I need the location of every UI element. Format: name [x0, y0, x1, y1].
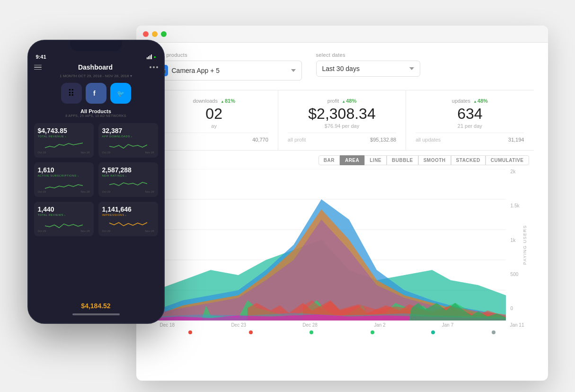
chart-toggle-stacked[interactable]: STACKED	[451, 155, 486, 165]
legend-dot-2	[249, 330, 253, 334]
downloads-badge: 81%	[221, 98, 235, 104]
updates-header: updates 48%	[416, 98, 524, 104]
products-label: select products	[150, 52, 302, 58]
chart-toggle-area[interactable]: AREA	[340, 155, 364, 165]
hamburger-icon[interactable]	[34, 65, 42, 70]
legend-dot-1	[188, 330, 192, 334]
phone-all-products: All Products 8 APPS, 25 IAPS, 10 AD NETW…	[34, 108, 158, 117]
legend-dot-4	[371, 330, 374, 334]
revenue-sparkline	[38, 141, 90, 150]
chart-toggle-line[interactable]: LINE	[364, 155, 387, 165]
phone-metric-downloads: 32,387 APP DOWNLOADS › Oct 29Nov 28	[98, 123, 158, 158]
subscriptions-date-range: Oct 29Nov 28	[38, 190, 90, 193]
dates-value: Last 30 days	[322, 65, 406, 72]
reviews-label[interactable]: TOTAL REVIEWS ›	[38, 214, 90, 216]
svg-rect-19	[151, 54, 152, 59]
dates-label: select dates	[316, 52, 420, 58]
close-button[interactable]	[143, 31, 149, 37]
ratings-date-range: Oct 29Nov 28	[102, 190, 154, 193]
titlebar	[136, 26, 548, 43]
metrics-row: downloads 81% 02 ay 40,770 profit 48%	[150, 90, 534, 151]
phone-metric-revenue: $4,743.85 TOTAL REVENUE › Oct 29Nov 28	[34, 123, 94, 158]
profit-footer-value: $95,132.88	[370, 137, 396, 143]
metric-profit: profit 48% $2,308.34 $76.94 per day all …	[278, 90, 406, 150]
x-axis-labels: Dec 18 Dec 23 Dec 28 Jan 2 Jan 7 Jan 11	[155, 321, 529, 328]
dates-select-group: select dates Last 30 days	[316, 52, 420, 80]
chart-container: BAR AREA LINE BUBBLE SMOOTH STACKED CUMU…	[150, 151, 534, 334]
subscriptions-label[interactable]: ACTIVE SUBSCRIPTIONS ›	[38, 174, 90, 177]
chart-legend-dots	[155, 328, 529, 334]
legend-dot-3	[310, 330, 313, 334]
impressions-sparkline	[102, 219, 154, 229]
reviews-date-range: Oct 29Nov 28	[38, 230, 90, 232]
window-content: select products 📷 Camera App + 5 select …	[136, 43, 548, 334]
impressions-value: 1,141,646	[102, 205, 154, 213]
y-axis: 2k 1.5k 1k 500 0	[506, 169, 522, 311]
phone-app-icons: ⠿ f 🐦	[34, 83, 158, 104]
dates-dropdown[interactable]: Last 30 days	[316, 61, 420, 77]
phone-metric-impressions: 1,141,646 IMPRESSIONS › Oct 29Nov 28	[98, 202, 158, 236]
ratings-label[interactable]: NEW RATINGS ›	[102, 174, 154, 177]
subscriptions-value: 1,610	[38, 166, 90, 174]
chart-toggle-bubble[interactable]: BUBBLE	[387, 155, 418, 165]
impressions-label[interactable]: IMPRESSIONS ›	[102, 214, 154, 216]
x-label-dec28: Dec 28	[302, 322, 318, 328]
profit-header: profit 48%	[288, 98, 396, 104]
products-value: Camera App + 5	[172, 67, 287, 74]
downloads-label: downloads	[193, 98, 218, 104]
chart-toggle-bar[interactable]: BAR	[318, 155, 340, 165]
updates-badge: 48%	[473, 98, 488, 104]
updates-footer: all updates 31,194	[416, 133, 524, 143]
updates-label: updates	[452, 98, 470, 104]
chart-toggle-row: BAR AREA LINE BUBBLE SMOOTH STACKED CUMU…	[155, 155, 529, 165]
twitter-icon[interactable]: 🐦	[110, 83, 131, 104]
minimize-button[interactable]	[152, 31, 158, 37]
impressions-date-range: Oct 29Nov 28	[102, 230, 154, 232]
downloads-sparkline	[102, 141, 154, 150]
revenue-value: $4,743.85	[38, 127, 90, 134]
profit-value: $2,308.34	[288, 106, 396, 122]
scene: select products 📷 Camera App + 5 select …	[27, 11, 548, 381]
revenue-label[interactable]: TOTAL REVENUE ›	[38, 135, 90, 138]
revenue-date-range: Oct 29Nov 28	[38, 151, 90, 154]
chart-toggle-cumulative[interactable]: CUMULATIVE	[486, 155, 529, 165]
chart-toggle-smooth[interactable]: SMOOTH	[418, 155, 451, 165]
phone-time: 9:41	[36, 54, 46, 60]
phone-status-icons: ●	[147, 54, 156, 59]
y-label-500: 500	[511, 272, 520, 277]
phone-metrics-grid: $4,743.85 TOTAL REVENUE › Oct 29Nov 28 3…	[34, 123, 158, 236]
dates-chevron-icon	[409, 67, 414, 70]
products-chevron-icon	[291, 69, 296, 72]
downloads-header: downloads 81%	[160, 98, 268, 104]
downloads-label[interactable]: APP DOWNLOADS ›	[102, 135, 154, 138]
maximize-button[interactable]	[161, 31, 167, 37]
phone-notch	[70, 41, 122, 51]
updates-sub: 21 per day	[416, 123, 524, 129]
downloads-value: 32,387	[102, 127, 154, 134]
products-dropdown[interactable]: 📷 Camera App + 5	[150, 61, 302, 80]
reviews-value: 1,440	[38, 205, 90, 213]
select-row: select products 📷 Camera App + 5 select …	[150, 52, 534, 80]
profit-footer-label: all profit	[288, 137, 306, 143]
apps-grid-icon[interactable]: ⠿	[61, 83, 82, 104]
y-label-1-5k: 1.5k	[511, 203, 520, 208]
all-products-sub: 8 APPS, 25 IAPS, 10 AD NETWORKS	[34, 114, 158, 117]
profit-badge: 48%	[342, 98, 356, 104]
y-label-2k: 2k	[511, 169, 520, 174]
y-label-1k: 1k	[511, 238, 520, 243]
chart-wrap	[155, 169, 506, 321]
x-label-jan2: Jan 2	[374, 322, 385, 328]
updates-value: 634	[416, 106, 524, 122]
more-icon[interactable]	[150, 66, 158, 68]
downloads-footer-value: 40,770	[252, 137, 268, 143]
facebook-icon[interactable]: f	[86, 83, 106, 104]
downloads-sub: ay	[160, 123, 268, 129]
x-label-jan7: Jan 7	[442, 322, 453, 328]
x-label-dec23: Dec 23	[231, 322, 246, 328]
profit-sub: $76.94 per day	[288, 123, 396, 129]
updates-footer-label: all updates	[416, 137, 441, 143]
phone-date-bar[interactable]: 1 MONTH OCT 29, 2018 - NOV 28, 2018 ▾	[34, 74, 158, 78]
y-label-0: 0	[511, 306, 520, 311]
phone-metric-subscriptions: 1,610 ACTIVE SUBSCRIPTIONS › Oct 29Nov 2…	[34, 162, 94, 197]
phone-status-bar: 9:41 ●	[34, 54, 158, 60]
